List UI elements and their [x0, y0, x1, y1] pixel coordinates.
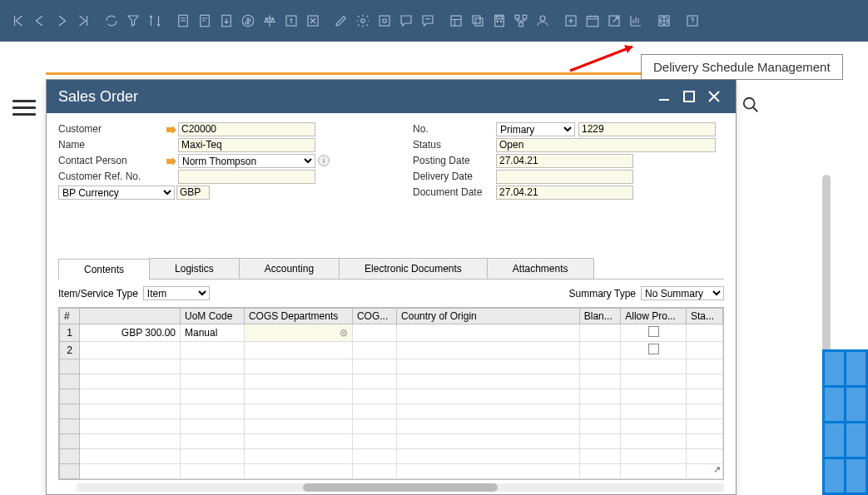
cell-empty[interactable] [80, 464, 181, 479]
cell-status[interactable] [686, 324, 722, 342]
sort-icon[interactable] [145, 11, 165, 31]
cell-empty[interactable] [181, 389, 245, 404]
money-icon[interactable] [238, 11, 258, 31]
link-arrow-icon[interactable] [166, 156, 176, 165]
cell-origin[interactable] [397, 342, 580, 359]
cell-empty[interactable] [181, 449, 245, 464]
cell-empty[interactable] [181, 434, 245, 449]
delivery-schedule-icon[interactable] [583, 11, 603, 31]
posting-date-field[interactable] [496, 154, 633, 168]
cell-empty[interactable] [397, 374, 580, 389]
cell-empty[interactable] [80, 434, 181, 449]
cell-empty[interactable] [621, 419, 687, 434]
row-header[interactable] [60, 374, 80, 389]
no-series-select[interactable]: Primary [496, 122, 575, 136]
cell-empty[interactable] [686, 419, 722, 434]
cell-cogs[interactable] [352, 342, 396, 359]
delivery-date-field[interactable] [496, 170, 633, 184]
chart-icon[interactable] [626, 11, 646, 31]
summary-type-select[interactable]: No Summary [641, 286, 724, 300]
cell-empty[interactable] [244, 464, 352, 479]
cell-empty[interactable] [397, 434, 580, 449]
refresh-icon[interactable] [102, 11, 122, 31]
col-blanket[interactable]: Blan... [579, 309, 620, 324]
cell-empty[interactable] [397, 404, 580, 419]
cell-status[interactable] [686, 342, 722, 359]
col-uom[interactable]: UoM Code [181, 309, 245, 324]
first-record-icon[interactable] [8, 11, 28, 31]
grid-hscrollbar[interactable] [77, 483, 724, 492]
cell-uom[interactable]: Manual [181, 324, 245, 342]
no-field[interactable] [578, 122, 716, 136]
cell-empty[interactable] [244, 449, 352, 464]
cell-empty[interactable] [181, 464, 245, 479]
cell-origin[interactable] [397, 324, 580, 342]
form-settings-icon[interactable] [374, 11, 394, 31]
cell-empty[interactable] [181, 419, 245, 434]
row-header[interactable] [60, 464, 80, 479]
document-icon[interactable] [173, 11, 193, 31]
cell-allow[interactable] [621, 324, 687, 342]
tab-accounting[interactable]: Accounting [239, 258, 340, 279]
cell-empty[interactable] [181, 374, 245, 389]
cell-empty[interactable] [244, 389, 352, 404]
row-header[interactable] [60, 449, 80, 464]
relationship-icon[interactable] [511, 11, 531, 31]
cell-empty[interactable] [621, 434, 687, 449]
calculator-icon[interactable] [489, 11, 509, 31]
cell-empty[interactable] [397, 464, 580, 479]
row-header[interactable] [60, 434, 80, 449]
edit-icon[interactable] [331, 11, 351, 31]
cell-empty[interactable] [579, 389, 620, 404]
cell-uom[interactable] [181, 342, 245, 359]
name-field[interactable] [178, 138, 315, 152]
cell-empty[interactable] [352, 404, 396, 419]
cell-empty[interactable] [80, 419, 181, 434]
prev-record-icon[interactable] [30, 11, 50, 31]
cell-empty[interactable] [686, 449, 722, 464]
cell-empty[interactable] [686, 374, 722, 389]
cell-cogsdept[interactable] [244, 342, 352, 359]
col-cogsdept[interactable]: COGS Departments [244, 309, 352, 324]
tab-attachments[interactable]: Attachments [487, 258, 594, 279]
cell-blanket[interactable] [579, 342, 620, 359]
filter-icon[interactable] [123, 11, 143, 31]
cell-empty[interactable] [579, 359, 620, 374]
user-icon[interactable] [533, 11, 553, 31]
cell-empty[interactable] [621, 374, 687, 389]
last-record-icon[interactable] [73, 11, 93, 31]
close-button[interactable] [704, 87, 724, 106]
cell-empty[interactable] [352, 464, 396, 479]
cell-empty[interactable] [686, 434, 722, 449]
copy-icon[interactable] [468, 11, 488, 31]
document-date-field[interactable] [496, 186, 633, 200]
cell-empty[interactable] [244, 359, 352, 374]
cell-empty[interactable] [244, 419, 352, 434]
cell-empty[interactable] [579, 419, 620, 434]
expand-grid-icon[interactable]: ↗ [713, 464, 721, 475]
contact-field[interactable]: Norm Thompson [178, 154, 315, 168]
ref-field[interactable] [178, 170, 315, 184]
tab-edocs[interactable]: Electronic Documents [339, 258, 488, 279]
currency-type-select[interactable]: BP Currency [58, 186, 175, 200]
cell-empty[interactable] [579, 434, 620, 449]
link-arrow-icon[interactable] [166, 125, 176, 133]
cell-empty[interactable] [244, 404, 352, 419]
pick-pack-icon[interactable] [561, 11, 581, 31]
row-header[interactable] [60, 404, 80, 419]
settings-icon[interactable] [353, 11, 373, 31]
next-record-icon[interactable] [52, 11, 72, 31]
cell-empty[interactable] [352, 434, 396, 449]
col-allow[interactable]: Allow Pro... [621, 309, 687, 324]
cell-blanket[interactable] [579, 324, 620, 342]
cell-empty[interactable] [244, 434, 352, 449]
cell-allow[interactable] [621, 342, 687, 359]
layout-icon[interactable] [446, 11, 466, 31]
minimize-button[interactable] [654, 87, 674, 106]
menu-button[interactable] [12, 96, 36, 116]
col-cogs[interactable]: COG... [352, 309, 396, 324]
tab-contents[interactable]: Contents [58, 259, 150, 280]
cell-empty[interactable] [621, 449, 687, 464]
row-header[interactable] [60, 359, 80, 374]
message-icon[interactable] [418, 11, 438, 31]
